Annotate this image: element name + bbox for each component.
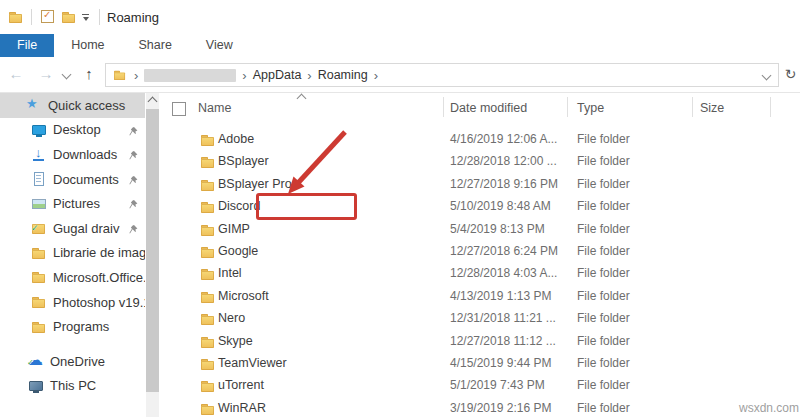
file-type: File folder bbox=[577, 177, 630, 191]
file-name: WinRAR bbox=[218, 401, 266, 415]
sidebar-item-label: Librarie de imag bbox=[53, 245, 145, 260]
sidebar-item-icon bbox=[31, 220, 47, 236]
file-name: TeamViewer bbox=[218, 356, 287, 370]
file-row[interactable]: Intel 12/28/2018 4:03 A... File folder bbox=[160, 263, 800, 285]
window-folder-icon bbox=[8, 9, 24, 25]
column-header-row: Name Date modified Type Size bbox=[160, 93, 800, 121]
file-name: Microsoft bbox=[218, 289, 269, 303]
scrollbar-thumb[interactable] bbox=[146, 109, 159, 392]
select-all-checkbox[interactable] bbox=[172, 102, 186, 116]
folder-icon bbox=[200, 378, 216, 394]
quick-access-toolbar-folder-icon[interactable] bbox=[61, 9, 77, 25]
folder-icon bbox=[200, 401, 216, 417]
up-icon[interactable]: ↑ bbox=[79, 57, 99, 92]
file-rows: Adobe 4/16/2019 12:06 A... File folder B… bbox=[160, 129, 800, 417]
file-date-modified: 12/27/2018 6:24 PM bbox=[450, 244, 558, 258]
pin-icon[interactable] bbox=[128, 198, 139, 209]
folder-icon bbox=[200, 266, 216, 282]
sidebar-item-icon bbox=[31, 171, 47, 187]
column-divider[interactable] bbox=[567, 97, 568, 117]
file-row[interactable]: Discord 5/10/2019 8:48 AM File folder bbox=[160, 196, 800, 218]
sidebar-item[interactable]: Documents bbox=[0, 167, 145, 192]
file-type: File folder bbox=[577, 311, 630, 325]
sidebar-item[interactable]: Photoshop v19.1 bbox=[0, 290, 145, 315]
file-row[interactable]: Adobe 4/16/2019 12:06 A... File folder bbox=[160, 129, 800, 151]
file-type: File folder bbox=[577, 378, 630, 392]
sidebar-item-label: Microsoft.Office. bbox=[53, 270, 145, 285]
sidebar-item-icon bbox=[31, 146, 47, 162]
address-bar-row: ← → ↑ AppData Roaming ↻ bbox=[0, 57, 800, 93]
scrollbar-up-icon[interactable] bbox=[148, 97, 158, 107]
sidebar-item[interactable]: This PC bbox=[0, 374, 145, 399]
sidebar-item[interactable]: Pictures bbox=[0, 191, 145, 216]
file-type: File folder bbox=[577, 154, 630, 168]
column-header-date-modified[interactable]: Date modified bbox=[450, 101, 527, 115]
sidebar-item-icon bbox=[31, 269, 47, 285]
file-date-modified: 12/27/2018 9:16 PM bbox=[450, 177, 558, 191]
ribbon-tab[interactable]: File bbox=[0, 34, 54, 57]
breadcrumb-item-appdata[interactable]: AppData bbox=[253, 68, 302, 82]
file-date-modified: 4/16/2019 12:06 A... bbox=[450, 132, 557, 146]
refresh-icon[interactable]: ↻ bbox=[781, 63, 800, 85]
sidebar-item-label: Quick access bbox=[48, 98, 125, 113]
file-row[interactable]: Google 12/27/2018 6:24 PM File folder bbox=[160, 241, 800, 263]
sidebar-item[interactable]: Gugal draiv bbox=[0, 216, 145, 241]
address-bar[interactable]: AppData Roaming bbox=[105, 63, 779, 87]
column-divider[interactable] bbox=[692, 97, 693, 117]
breadcrumb-item-roaming[interactable]: Roaming bbox=[318, 68, 368, 82]
file-list-pane: Name Date modified Type Size Adobe 4/16/… bbox=[160, 93, 800, 417]
ribbon-tab[interactable]: View bbox=[189, 34, 250, 57]
file-row[interactable]: WinRAR 3/19/2019 2:16 PM File folder bbox=[160, 398, 800, 417]
sidebar-item[interactable]: Downloads bbox=[0, 142, 145, 167]
column-header-name[interactable]: Name bbox=[198, 101, 231, 115]
watermark: wsxdn.com bbox=[739, 401, 799, 415]
folder-icon bbox=[200, 356, 216, 372]
column-divider[interactable] bbox=[443, 97, 444, 117]
pin-icon[interactable] bbox=[128, 149, 139, 160]
sidebar-item[interactable]: Quick access bbox=[0, 93, 145, 118]
quick-access-toolbar-checkbox-icon[interactable] bbox=[39, 8, 57, 26]
forward-icon[interactable]: → bbox=[36, 57, 56, 92]
navigation-pane: Quick access Desktop Downloads bbox=[0, 93, 145, 417]
back-icon[interactable]: ← bbox=[6, 57, 26, 92]
file-name: BSplayer bbox=[218, 154, 269, 168]
recent-locations-chevron-icon[interactable] bbox=[62, 70, 72, 80]
file-row[interactable]: Skype 12/27/2018 11:12 ... File folder bbox=[160, 331, 800, 353]
sidebar-item[interactable]: OneDrive bbox=[0, 349, 145, 374]
folder-icon bbox=[200, 199, 216, 215]
divider bbox=[31, 9, 32, 25]
ribbon-tab[interactable]: Home bbox=[54, 34, 121, 57]
sidebar-item[interactable]: Librarie de imag bbox=[0, 241, 145, 266]
file-row[interactable]: BSplayer 12/28/2018 12:00 ... File folde… bbox=[160, 151, 800, 173]
sidebar-item-label: Documents bbox=[53, 172, 119, 187]
sidebar-item[interactable]: Programs bbox=[0, 314, 145, 339]
file-type: File folder bbox=[577, 289, 630, 303]
file-date-modified: 5/1/2019 7:43 PM bbox=[450, 378, 545, 392]
sidebar-item-label: Desktop bbox=[53, 122, 101, 137]
column-header-size[interactable]: Size bbox=[700, 101, 724, 115]
file-row[interactable]: GIMP 5/4/2019 8:13 PM File folder bbox=[160, 219, 800, 241]
file-name: GIMP bbox=[218, 222, 250, 236]
address-dropdown-chevron-icon[interactable] bbox=[762, 71, 772, 81]
file-row[interactable]: Microsoft 4/13/2019 1:13 PM File folder bbox=[160, 286, 800, 308]
file-name: Skype bbox=[218, 334, 253, 348]
file-row[interactable]: BSplayer Pro 12/27/2018 9:16 PM File fol… bbox=[160, 174, 800, 196]
column-header-type[interactable]: Type bbox=[577, 101, 604, 115]
sidebar-item[interactable]: Desktop bbox=[0, 118, 145, 143]
file-row[interactable]: Nero 12/31/2018 11:21 ... File folder bbox=[160, 308, 800, 330]
pin-icon[interactable] bbox=[128, 174, 139, 185]
ribbon-tabs: File Home Share View bbox=[0, 34, 800, 57]
customize-quick-access-toolbar-icon[interactable] bbox=[80, 11, 92, 23]
file-row[interactable]: TeamViewer 4/15/2019 9:44 PM File folder bbox=[160, 353, 800, 375]
file-date-modified: 5/4/2019 8:13 PM bbox=[450, 222, 545, 236]
column-divider[interactable] bbox=[770, 97, 771, 117]
pin-icon[interactable] bbox=[128, 223, 139, 234]
ribbon-tab[interactable]: Share bbox=[122, 34, 189, 57]
redacted-path-segment bbox=[144, 69, 236, 82]
sidebar-item-label: OneDrive bbox=[50, 354, 105, 369]
sidebar-item[interactable]: Microsoft.Office. bbox=[0, 265, 145, 290]
pin-icon[interactable] bbox=[128, 125, 139, 136]
sidebar-scrollbar[interactable] bbox=[146, 93, 159, 417]
file-row[interactable]: uTorrent 5/1/2019 7:43 PM File folder bbox=[160, 375, 800, 397]
folder-icon bbox=[200, 222, 216, 238]
